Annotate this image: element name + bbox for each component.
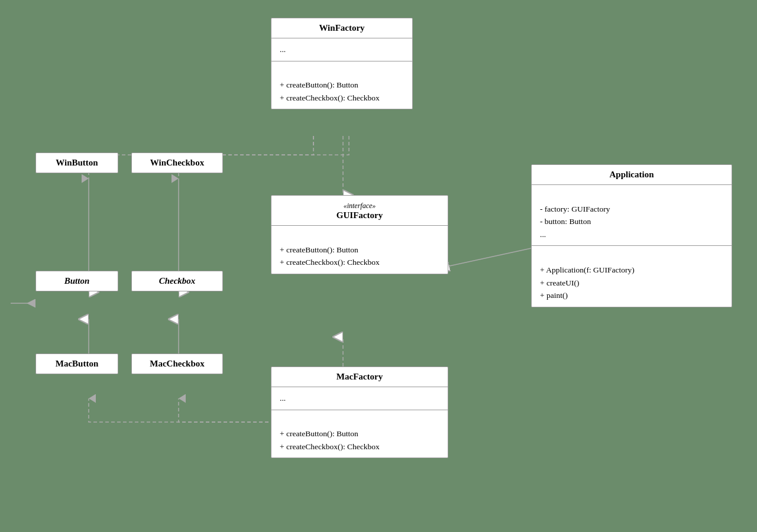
gui-factory-box: «interface» GUIFactory + createButton():… [271, 195, 448, 274]
diagram-container: WinFactory ... + createButton(): Button … [0, 0, 757, 532]
win-button-header: WinButton [36, 153, 118, 173]
mac-button-box: MacButton [35, 353, 118, 374]
win-factory-section2: + createButton(): Button + createCheckbo… [271, 61, 412, 109]
mac-factory-section2: + createButton(): Button + createCheckbo… [271, 410, 448, 458]
win-factory-box: WinFactory ... + createButton(): Button … [271, 18, 413, 109]
checkbox-box: Checkbox [131, 271, 223, 291]
gui-factory-header: «interface» GUIFactory [271, 196, 448, 226]
mac-button-header: MacButton [36, 354, 118, 374]
mac-factory-section1: ... [271, 387, 448, 410]
svg-line-13 [449, 248, 531, 266]
application-box: Application - factory: GUIFactory - butt… [531, 164, 732, 307]
win-factory-header: WinFactory [271, 18, 412, 38]
application-section2: + Application(f: GUIFactory) + createUI(… [532, 246, 732, 306]
mac-factory-box: MacFactory ... + createButton(): Button … [271, 366, 448, 458]
mac-factory-header: MacFactory [271, 367, 448, 387]
win-button-box: WinButton [35, 153, 118, 173]
application-section1: - factory: GUIFactory - button: Button .… [532, 185, 732, 246]
win-checkbox-header: WinCheckbox [132, 153, 222, 173]
application-header: Application [532, 165, 732, 185]
button-box: Button [35, 271, 118, 291]
mac-checkbox-box: MacCheckbox [131, 353, 223, 374]
mac-checkbox-header: MacCheckbox [132, 354, 222, 374]
gui-factory-stereotype: «interface» [344, 202, 376, 210]
button-header: Button [36, 271, 118, 291]
win-checkbox-box: WinCheckbox [131, 153, 223, 173]
gui-factory-section1: + createButton(): Button + createCheckbo… [271, 226, 448, 274]
checkbox-header: Checkbox [132, 271, 222, 291]
win-factory-title: WinFactory [319, 23, 364, 33]
win-factory-section1: ... [271, 38, 412, 61]
